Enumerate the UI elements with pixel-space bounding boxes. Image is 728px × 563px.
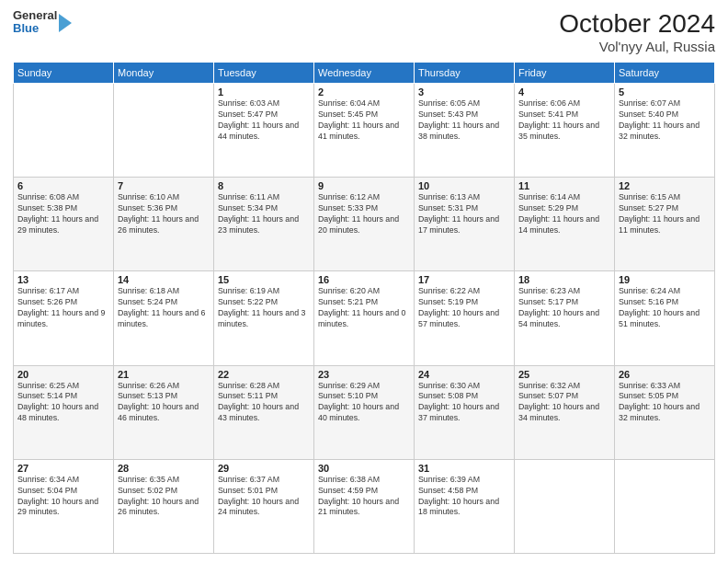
cell-day-info: Sunrise: 6:30 AM Sunset: 5:08 PM Dayligh… — [418, 381, 510, 425]
cell-day-number: 2 — [318, 86, 410, 98]
table-row — [114, 84, 214, 178]
cell-day-number: 25 — [518, 369, 610, 380]
col-thursday: Thursday — [415, 63, 515, 84]
cell-day-number: 22 — [218, 369, 310, 380]
logo-general: General — [13, 9, 57, 22]
cell-day-info: Sunrise: 6:14 AM Sunset: 5:29 PM Dayligh… — [518, 192, 610, 236]
table-row: 6Sunrise: 6:08 AM Sunset: 5:38 PM Daylig… — [14, 178, 114, 271]
cell-day-info: Sunrise: 6:28 AM Sunset: 5:11 PM Dayligh… — [218, 381, 310, 425]
cell-day-number: 17 — [418, 274, 510, 285]
calendar-week-4: 20Sunrise: 6:25 AM Sunset: 5:14 PM Dayli… — [14, 365, 715, 459]
cell-day-info: Sunrise: 6:34 AM Sunset: 5:04 PM Dayligh… — [17, 475, 109, 519]
table-row: 3Sunrise: 6:05 AM Sunset: 5:43 PM Daylig… — [415, 84, 515, 178]
table-row: 4Sunrise: 6:06 AM Sunset: 5:41 PM Daylig… — [515, 84, 615, 178]
cell-day-info: Sunrise: 6:17 AM Sunset: 5:26 PM Dayligh… — [17, 286, 109, 330]
col-monday: Monday — [114, 63, 214, 84]
cell-day-number: 26 — [619, 369, 711, 380]
cell-day-info: Sunrise: 6:25 AM Sunset: 5:14 PM Dayligh… — [17, 381, 109, 425]
calendar-week-2: 6Sunrise: 6:08 AM Sunset: 5:38 PM Daylig… — [14, 178, 715, 271]
table-row: 23Sunrise: 6:29 AM Sunset: 5:10 PM Dayli… — [314, 365, 415, 459]
table-row: 16Sunrise: 6:20 AM Sunset: 5:21 PM Dayli… — [314, 271, 415, 365]
table-row: 2Sunrise: 6:04 AM Sunset: 5:45 PM Daylig… — [314, 84, 415, 178]
cell-day-info: Sunrise: 6:39 AM Sunset: 4:58 PM Dayligh… — [418, 475, 510, 519]
col-wednesday: Wednesday — [314, 63, 415, 84]
cell-day-number: 10 — [418, 180, 510, 191]
cell-day-number: 15 — [218, 274, 310, 285]
table-row: 24Sunrise: 6:30 AM Sunset: 5:08 PM Dayli… — [415, 365, 515, 459]
cell-day-info: Sunrise: 6:10 AM Sunset: 5:36 PM Dayligh… — [118, 192, 210, 236]
cell-day-number: 18 — [518, 274, 610, 285]
table-row — [14, 84, 114, 178]
cell-day-info: Sunrise: 6:13 AM Sunset: 5:31 PM Dayligh… — [418, 192, 510, 236]
cell-day-number: 12 — [619, 180, 711, 191]
table-row: 15Sunrise: 6:19 AM Sunset: 5:22 PM Dayli… — [214, 271, 314, 365]
cell-day-info: Sunrise: 6:32 AM Sunset: 5:07 PM Dayligh… — [518, 381, 610, 425]
cell-day-info: Sunrise: 6:05 AM Sunset: 5:43 PM Dayligh… — [418, 98, 510, 143]
cell-day-number: 24 — [418, 369, 510, 380]
table-row — [615, 459, 715, 553]
cell-day-info: Sunrise: 6:33 AM Sunset: 5:05 PM Dayligh… — [619, 381, 711, 425]
table-row: 27Sunrise: 6:34 AM Sunset: 5:04 PM Dayli… — [14, 459, 114, 553]
table-row: 25Sunrise: 6:32 AM Sunset: 5:07 PM Dayli… — [515, 365, 615, 459]
logo-blue: Blue — [13, 22, 57, 35]
cell-day-info: Sunrise: 6:29 AM Sunset: 5:10 PM Dayligh… — [318, 381, 410, 425]
table-row: 31Sunrise: 6:39 AM Sunset: 4:58 PM Dayli… — [415, 459, 515, 553]
cell-day-number: 1 — [218, 86, 310, 98]
cell-day-info: Sunrise: 6:06 AM Sunset: 5:41 PM Dayligh… — [518, 98, 610, 143]
cell-day-info: Sunrise: 6:07 AM Sunset: 5:40 PM Dayligh… — [619, 98, 711, 143]
table-row: 19Sunrise: 6:24 AM Sunset: 5:16 PM Dayli… — [615, 271, 715, 365]
table-row: 13Sunrise: 6:17 AM Sunset: 5:26 PM Dayli… — [14, 271, 114, 365]
table-row: 1Sunrise: 6:03 AM Sunset: 5:47 PM Daylig… — [214, 84, 314, 178]
table-row: 21Sunrise: 6:26 AM Sunset: 5:13 PM Dayli… — [114, 365, 214, 459]
cell-day-info: Sunrise: 6:03 AM Sunset: 5:47 PM Dayligh… — [218, 98, 310, 143]
cell-day-info: Sunrise: 6:15 AM Sunset: 5:27 PM Dayligh… — [619, 192, 711, 236]
cell-day-info: Sunrise: 6:18 AM Sunset: 5:24 PM Dayligh… — [118, 286, 210, 330]
table-row: 18Sunrise: 6:23 AM Sunset: 5:17 PM Dayli… — [515, 271, 615, 365]
cell-day-number: 20 — [17, 369, 109, 380]
cell-day-number: 23 — [318, 369, 410, 380]
logo: General Blue — [13, 9, 72, 36]
cell-day-info: Sunrise: 6:12 AM Sunset: 5:33 PM Dayligh… — [318, 192, 410, 236]
cell-day-number: 11 — [518, 180, 610, 191]
calendar-week-3: 13Sunrise: 6:17 AM Sunset: 5:26 PM Dayli… — [14, 271, 715, 365]
cell-day-number: 16 — [318, 274, 410, 285]
calendar-table: Sunday Monday Tuesday Wednesday Thursday… — [13, 62, 715, 554]
cell-day-number: 5 — [619, 86, 711, 98]
cell-day-number: 13 — [17, 274, 109, 285]
cell-day-number: 3 — [418, 86, 510, 98]
cell-day-info: Sunrise: 6:11 AM Sunset: 5:34 PM Dayligh… — [218, 192, 310, 236]
table-row: 20Sunrise: 6:25 AM Sunset: 5:14 PM Dayli… — [14, 365, 114, 459]
page-container: General Blue October 2024 Vol'nyy Aul, R… — [0, 0, 728, 563]
table-row: 7Sunrise: 6:10 AM Sunset: 5:36 PM Daylig… — [114, 178, 214, 271]
cell-day-number: 19 — [619, 274, 711, 285]
cell-day-number: 31 — [418, 463, 510, 474]
table-row: 29Sunrise: 6:37 AM Sunset: 5:01 PM Dayli… — [214, 459, 314, 553]
cell-day-number: 14 — [118, 274, 210, 285]
page-header: General Blue October 2024 Vol'nyy Aul, R… — [13, 9, 715, 54]
title-block: October 2024 Vol'nyy Aul, Russia — [559, 9, 715, 54]
cell-day-info: Sunrise: 6:20 AM Sunset: 5:21 PM Dayligh… — [318, 286, 410, 330]
table-row: 22Sunrise: 6:28 AM Sunset: 5:11 PM Dayli… — [214, 365, 314, 459]
cell-day-info: Sunrise: 6:23 AM Sunset: 5:17 PM Dayligh… — [518, 286, 610, 330]
cell-day-number: 6 — [17, 180, 109, 191]
table-row: 5Sunrise: 6:07 AM Sunset: 5:40 PM Daylig… — [615, 84, 715, 178]
table-row: 9Sunrise: 6:12 AM Sunset: 5:33 PM Daylig… — [314, 178, 415, 271]
cell-day-info: Sunrise: 6:24 AM Sunset: 5:16 PM Dayligh… — [619, 286, 711, 330]
cell-day-number: 27 — [17, 463, 109, 474]
table-row: 30Sunrise: 6:38 AM Sunset: 4:59 PM Dayli… — [314, 459, 415, 553]
calendar-header-row: Sunday Monday Tuesday Wednesday Thursday… — [14, 63, 715, 84]
cell-day-number: 9 — [318, 180, 410, 191]
cell-day-info: Sunrise: 6:26 AM Sunset: 5:13 PM Dayligh… — [118, 381, 210, 425]
table-row: 10Sunrise: 6:13 AM Sunset: 5:31 PM Dayli… — [415, 178, 515, 271]
calendar-title: October 2024 — [559, 9, 715, 39]
col-saturday: Saturday — [615, 63, 715, 84]
calendar-week-5: 27Sunrise: 6:34 AM Sunset: 5:04 PM Dayli… — [14, 459, 715, 553]
logo-arrow-icon — [59, 14, 72, 32]
table-row: 12Sunrise: 6:15 AM Sunset: 5:27 PM Dayli… — [615, 178, 715, 271]
col-friday: Friday — [515, 63, 615, 84]
table-row: 14Sunrise: 6:18 AM Sunset: 5:24 PM Dayli… — [114, 271, 214, 365]
table-row: 8Sunrise: 6:11 AM Sunset: 5:34 PM Daylig… — [214, 178, 314, 271]
cell-day-number: 29 — [218, 463, 310, 474]
table-row: 11Sunrise: 6:14 AM Sunset: 5:29 PM Dayli… — [515, 178, 615, 271]
table-row — [515, 459, 615, 553]
